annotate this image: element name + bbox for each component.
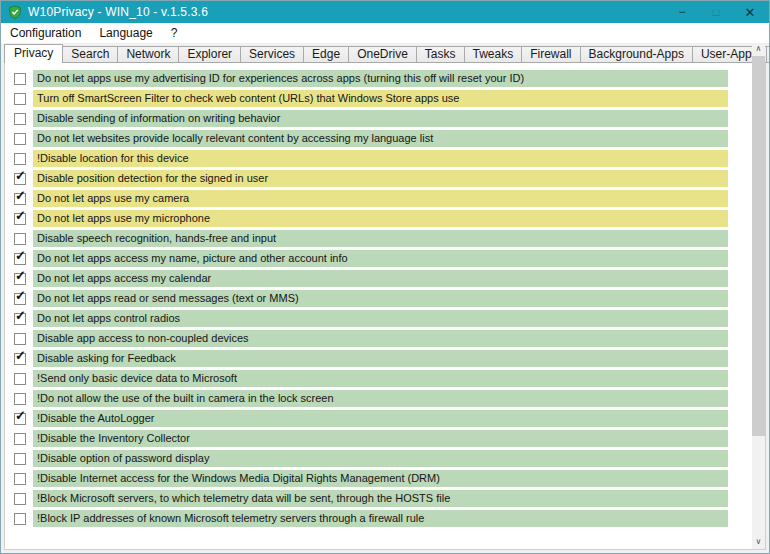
setting-label: !Block IP addresses of known Microsoft t… [33, 510, 728, 527]
setting-checkbox[interactable]: ✓ [14, 193, 26, 205]
tab-search[interactable]: Search [62, 46, 118, 63]
tab-tweaks[interactable]: Tweaks [464, 46, 523, 63]
setting-label: Do not let apps read or send messages (t… [33, 290, 728, 307]
minimize-icon: − [678, 5, 685, 19]
scrollbar-track[interactable] [752, 436, 765, 534]
setting-row: ✓Do not let apps use my camera [14, 190, 765, 207]
setting-label: Do not let websites provide locally rele… [33, 130, 728, 147]
setting-label: !Block Microsoft servers, to which telem… [33, 490, 728, 507]
setting-row: Do not let apps use my advertising ID fo… [14, 70, 765, 87]
setting-checkbox[interactable]: ✓ [14, 173, 26, 185]
titlebar: W10Privacy - WIN_10 - v.1.5.3.6 − □ ✕ [1, 1, 769, 23]
close-button[interactable]: ✕ [733, 1, 767, 23]
setting-checkbox[interactable] [14, 153, 26, 165]
setting-row: !Disable location for this device [14, 150, 765, 167]
setting-row: ✓Do not let apps access my calendar [14, 270, 765, 287]
setting-label: Disable asking for Feedback [33, 350, 728, 367]
setting-row: !Block Microsoft servers, to which telem… [14, 490, 765, 507]
tab-background-apps[interactable]: Background-Apps [580, 46, 693, 63]
setting-checkbox[interactable]: ✓ [14, 213, 26, 225]
tab-system-apps-attention[interactable]: System-Apps !ATTENTION! [766, 46, 770, 63]
vertical-scrollbar: ∧ ∨ [752, 41, 765, 549]
window-title: W10Privacy - WIN_10 - v.1.5.3.6 [28, 5, 208, 19]
tab-bar: PrivacySearchNetworkExplorerServicesEdge… [4, 44, 770, 63]
setting-checkbox[interactable]: ✓ [14, 413, 26, 425]
setting-label: Do not let apps use my advertising ID fo… [33, 70, 728, 87]
setting-label: !Disable the Inventory Collector [33, 430, 728, 447]
setting-row: Disable app access to non-coupled device… [14, 330, 765, 347]
setting-row: ✓Do not let apps access my name, picture… [14, 250, 765, 267]
setting-checkbox[interactable] [14, 473, 26, 485]
scrollbar-thumb[interactable] [752, 56, 765, 436]
menu-item-help[interactable]: ? [162, 23, 187, 43]
setting-checkbox[interactable]: ✓ [14, 353, 26, 365]
setting-row: !Disable Internet access for the Windows… [14, 470, 765, 487]
setting-label: !Do not allow the use of the built in ca… [33, 390, 728, 407]
setting-label: Disable app access to non-coupled device… [33, 330, 728, 347]
tab-edge[interactable]: Edge [303, 46, 349, 63]
setting-row: !Block IP addresses of known Microsoft t… [14, 510, 765, 527]
scroll-down-icon: ∨ [756, 537, 762, 546]
setting-checkbox[interactable] [14, 133, 26, 145]
setting-label: !Disable location for this device [33, 150, 728, 167]
setting-label: Disable speech recognition, hands-free a… [33, 230, 728, 247]
setting-checkbox[interactable] [14, 493, 26, 505]
setting-label: Do not let apps access my name, picture … [33, 250, 728, 267]
setting-checkbox[interactable] [14, 93, 26, 105]
tab-onedrive[interactable]: OneDrive [348, 46, 417, 63]
minimize-button[interactable]: − [665, 1, 699, 23]
check-icon: ✓ [15, 289, 26, 302]
setting-row: Turn off SmartScreen Filter to check web… [14, 90, 765, 107]
tab-privacy[interactable]: Privacy [4, 44, 63, 63]
setting-checkbox[interactable]: ✓ [14, 253, 26, 265]
check-icon: ✓ [15, 269, 26, 282]
menu-item-configuration[interactable]: Configuration [1, 23, 90, 43]
setting-checkbox[interactable] [14, 453, 26, 465]
shield-icon [8, 5, 22, 19]
setting-label: Do not let apps use my camera [33, 190, 728, 207]
setting-checkbox[interactable] [14, 393, 26, 405]
setting-row: Disable sending of information on writin… [14, 110, 765, 127]
scroll-up-icon: ∧ [756, 44, 762, 53]
menu-item-language[interactable]: Language [90, 23, 161, 43]
check-icon: ✓ [15, 409, 26, 422]
setting-label: Turn off SmartScreen Filter to check web… [33, 90, 728, 107]
tab-firewall[interactable]: Firewall [521, 46, 580, 63]
setting-label: !Disable option of password display [33, 450, 728, 467]
setting-checkbox[interactable] [14, 433, 26, 445]
setting-row: ✓Disable asking for Feedback [14, 350, 765, 367]
check-icon: ✓ [15, 249, 26, 262]
scroll-down-button[interactable]: ∨ [752, 534, 765, 549]
setting-row: ✓Disable position detection for the sign… [14, 170, 765, 187]
setting-row: !Do not allow the use of the built in ca… [14, 390, 765, 407]
app-icon[interactable] [7, 5, 22, 20]
tab-tasks[interactable]: Tasks [416, 46, 465, 63]
setting-checkbox[interactable]: ✓ [14, 313, 26, 325]
check-icon: ✓ [15, 309, 26, 322]
setting-label: Do not let apps use my microphone [33, 210, 728, 227]
setting-row: ✓Do not let apps use my microphone [14, 210, 765, 227]
setting-row: ✓!Disable the AutoLogger [14, 410, 765, 427]
tab-explorer[interactable]: Explorer [178, 46, 241, 63]
maximize-icon: □ [713, 6, 720, 18]
maximize-button[interactable]: □ [699, 1, 733, 23]
setting-checkbox[interactable] [14, 113, 26, 125]
setting-checkbox[interactable] [14, 333, 26, 345]
tab-services[interactable]: Services [240, 46, 304, 63]
setting-checkbox[interactable] [14, 73, 26, 85]
settings-list: Do not let apps use my advertising ID fo… [5, 63, 765, 527]
setting-checkbox[interactable]: ✓ [14, 273, 26, 285]
tab-network[interactable]: Network [117, 46, 179, 63]
setting-row: Do not let websites provide locally rele… [14, 130, 765, 147]
setting-row: !Disable option of password display [14, 450, 765, 467]
scroll-up-button[interactable]: ∧ [752, 41, 765, 56]
setting-checkbox[interactable] [14, 233, 26, 245]
close-icon: ✕ [745, 5, 756, 20]
setting-checkbox[interactable] [14, 513, 26, 525]
setting-checkbox[interactable] [14, 373, 26, 385]
setting-checkbox[interactable]: ✓ [14, 293, 26, 305]
setting-row: Disable speech recognition, hands-free a… [14, 230, 765, 247]
setting-row: !Disable the Inventory Collector [14, 430, 765, 447]
setting-label: Disable sending of information on writin… [33, 110, 728, 127]
check-icon: ✓ [15, 349, 26, 362]
